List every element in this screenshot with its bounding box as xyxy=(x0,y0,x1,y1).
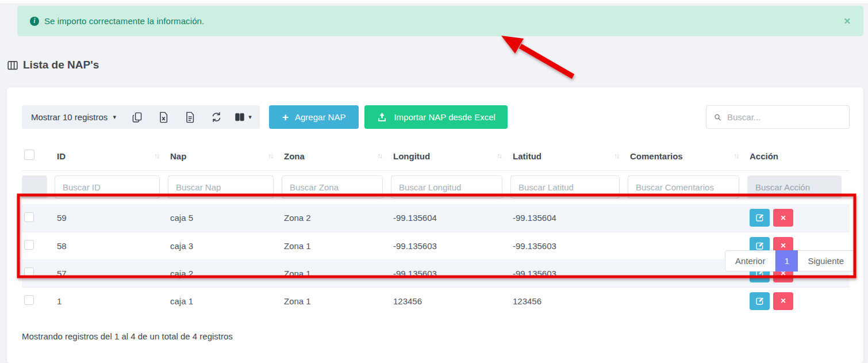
header-row: ID↑↓ Nap↑↓ Zona↑↓ Longitud↑↓ Latitud↑↓ C… xyxy=(22,141,850,171)
cell-latitud: -99.135603 xyxy=(510,232,628,259)
page-title-text: Lista de NAP's xyxy=(23,59,99,71)
filter-nap-input[interactable] xyxy=(168,175,274,198)
search-input[interactable] xyxy=(727,112,842,122)
pagination-page-1[interactable]: 1 xyxy=(775,250,798,272)
filter-comentarios-input[interactable] xyxy=(628,175,739,198)
success-alert: i Se importo correctamente la informació… xyxy=(17,6,863,36)
delete-button[interactable]: ✕ xyxy=(773,209,793,227)
copy-button[interactable] xyxy=(124,105,151,129)
row-checkbox[interactable] xyxy=(24,240,34,250)
cell-id: 58 xyxy=(55,232,168,259)
cell-zona: Zona 2 xyxy=(282,204,391,232)
table-row: 1 caja 1 Zona 1 123456 123456 ✕ xyxy=(22,287,850,315)
info-icon: i xyxy=(30,17,39,26)
filter-blank-cell xyxy=(22,175,47,198)
column-header-comentarios[interactable]: Comentarios↑↓ xyxy=(628,141,747,171)
excel-file-icon xyxy=(159,112,168,123)
import-nap-label: Importar NAP desde Excel xyxy=(394,112,495,122)
filter-accion-input xyxy=(747,175,842,198)
add-nap-button[interactable]: + Agregar NAP xyxy=(269,105,359,129)
import-nap-button[interactable]: Importar NAP desde Excel xyxy=(364,105,507,129)
edit-pencil-icon xyxy=(755,297,764,305)
pagination-previous[interactable]: Anterior xyxy=(725,250,776,272)
export-file-button[interactable] xyxy=(177,105,203,129)
table-row: 59 caja 5 Zona 2 -99.135604 -99.135604 xyxy=(22,204,850,232)
filter-row xyxy=(22,171,850,205)
refresh-button[interactable] xyxy=(203,105,230,129)
global-search xyxy=(706,105,850,129)
annotation-arrow-shaft xyxy=(520,46,573,77)
cell-comentarios xyxy=(628,287,747,315)
cell-nap: caja 5 xyxy=(168,204,282,232)
sort-icon[interactable]: ↑↓ xyxy=(377,152,385,160)
cell-latitud: 123456 xyxy=(510,287,628,315)
cell-longitud: -99.135603 xyxy=(391,232,510,259)
records-summary: Mostrando registros del 1 al 4 de un tot… xyxy=(22,331,850,341)
cell-id: 57 xyxy=(55,259,168,287)
table-columns-icon xyxy=(7,60,18,70)
sort-icon[interactable]: ↑↓ xyxy=(268,152,276,160)
topbar-strip xyxy=(0,0,868,4)
row-checkbox[interactable] xyxy=(24,212,34,222)
cell-latitud: -99.135604 xyxy=(510,204,628,232)
annotation-arrow-head xyxy=(501,36,524,54)
page-length-select[interactable]: Mostrar 10 registros ▾ xyxy=(31,112,124,122)
cell-id: 1 xyxy=(55,287,168,315)
app-screen: i Se importo correctamente la informació… xyxy=(0,0,868,363)
close-icon[interactable]: ✕ xyxy=(843,16,851,26)
page-title: Lista de NAP's xyxy=(7,59,99,71)
cell-nap: caja 3 xyxy=(168,232,282,259)
filter-latitud-input[interactable] xyxy=(510,175,620,198)
filter-longitud-input[interactable] xyxy=(391,175,502,198)
copy-icon xyxy=(132,112,143,123)
alert-message: Se importo correctamente la información. xyxy=(44,16,204,26)
edit-pencil-icon xyxy=(755,213,764,222)
edit-button[interactable] xyxy=(750,209,770,227)
column-header-nap[interactable]: Nap↑↓ xyxy=(168,141,282,171)
column-visibility-button[interactable]: ▾ xyxy=(230,105,256,129)
row-checkbox[interactable] xyxy=(24,295,34,305)
sort-icon[interactable]: ↑↓ xyxy=(497,152,505,160)
select-all-checkbox[interactable] xyxy=(24,150,34,160)
column-header-id[interactable]: ID↑↓ xyxy=(55,141,168,171)
row-checkbox[interactable] xyxy=(24,268,34,277)
pagination-next[interactable]: Siguiente xyxy=(798,250,854,272)
table-toolbar: Mostrar 10 registros ▾ xyxy=(22,105,850,129)
cell-latitud: -99.135603 xyxy=(510,259,628,287)
columns-icon xyxy=(235,112,245,122)
column-header-zona[interactable]: Zona↑↓ xyxy=(282,141,391,171)
x-icon: ✕ xyxy=(780,214,786,222)
column-header-latitud[interactable]: Latitud↑↓ xyxy=(510,141,628,171)
sort-icon[interactable]: ↑↓ xyxy=(614,152,622,160)
document-icon xyxy=(185,112,195,123)
filter-id-input[interactable] xyxy=(55,175,160,198)
filter-zona-input[interactable] xyxy=(282,175,383,198)
export-excel-button[interactable] xyxy=(151,105,177,129)
plus-icon: + xyxy=(282,112,289,123)
edit-pencil-icon xyxy=(755,242,764,250)
x-icon: ✕ xyxy=(780,297,786,305)
add-nap-label: Agregar NAP xyxy=(295,112,345,122)
nap-table: ID↑↓ Nap↑↓ Zona↑↓ Longitud↑↓ Latitud↑↓ C… xyxy=(22,141,850,315)
cell-zona: Zona 1 xyxy=(282,287,391,315)
edit-button[interactable] xyxy=(750,292,770,310)
refresh-icon xyxy=(211,112,222,123)
search-icon xyxy=(714,112,721,123)
x-icon: ✕ xyxy=(780,242,786,250)
page-length-label: Mostrar 10 registros xyxy=(31,112,107,122)
cell-comentarios xyxy=(628,204,747,232)
pagination: Anterior 1 Siguiente xyxy=(725,250,854,272)
delete-button[interactable]: ✕ xyxy=(773,292,793,310)
cell-id: 59 xyxy=(55,204,168,232)
cell-longitud: 123456 xyxy=(391,287,510,315)
cell-nap: caja 1 xyxy=(168,287,282,315)
column-header-accion[interactable]: Acción xyxy=(747,141,850,171)
sort-icon[interactable]: ↑↓ xyxy=(154,152,162,160)
datatable-button-group: Mostrar 10 registros ▾ xyxy=(22,105,260,129)
nap-list-card: Mostrar 10 registros ▾ xyxy=(7,87,863,363)
chevron-down-icon: ▾ xyxy=(248,113,252,121)
cell-zona: Zona 1 xyxy=(282,232,391,259)
cell-longitud: -99.135603 xyxy=(391,259,510,287)
column-header-longitud[interactable]: Longitud↑↓ xyxy=(391,141,510,171)
sort-icon[interactable]: ↑↓ xyxy=(733,152,742,160)
